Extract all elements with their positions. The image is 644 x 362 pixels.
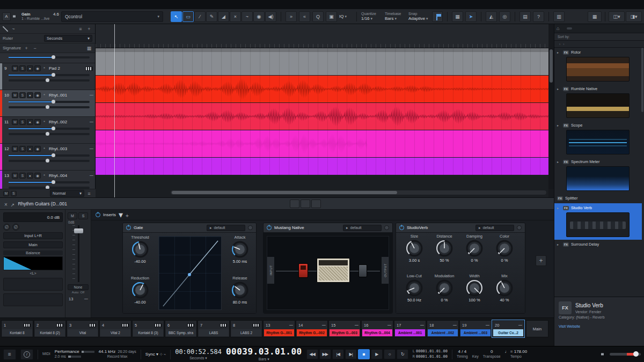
arrow-tool-button[interactable]: ↖	[171, 11, 182, 22]
param-value[interactable]: -40.00	[125, 259, 155, 264]
breadcrumb-item[interactable]	[558, 42, 560, 46]
rewind-button[interactable]: ◀◀	[306, 349, 318, 359]
info-button[interactable]: i	[20, 349, 33, 360]
balance-value[interactable]: <L>	[3, 271, 63, 275]
snap-dropdown[interactable]: Snap Adaptive	[408, 11, 430, 23]
volume-slider[interactable]	[9, 101, 90, 103]
quantize-dropdown[interactable]: Quantize 1/16	[361, 11, 383, 23]
track-name[interactable]: Rhyt..003	[49, 146, 67, 151]
plugin-name[interactable]: Studio Verb	[571, 205, 592, 210]
mute-button[interactable]: M	[12, 173, 18, 179]
volume-slider[interactable]	[9, 128, 90, 130]
metronome-button[interactable]: ◭	[486, 11, 497, 22]
track-tab[interactable]: 2 Kontakt 8 (2)	[34, 320, 66, 337]
track-header[interactable]: 11 M S ● ◉ * Rhyt..002	[0, 117, 95, 144]
tempo-value[interactable]: ♩ = 178.00	[505, 349, 528, 354]
preset-dropdown[interactable]: default	[207, 225, 245, 231]
track-tab[interactable]: 16 Rhythm G...004	[361, 320, 393, 337]
fader-handle[interactable]	[74, 228, 83, 233]
list-icon[interactable]: ≡	[77, 26, 84, 32]
browser-item[interactable]: FX Studio Verb	[554, 203, 642, 240]
pan-slider[interactable]	[9, 106, 90, 108]
solo-button[interactable]: S	[19, 92, 26, 98]
wrench-icon[interactable]	[3, 26, 8, 32]
volume-slider[interactable]	[9, 56, 90, 58]
expand-arrow-icon[interactable]	[557, 50, 561, 54]
track-header[interactable]: 9 M S ● ◉ * Pad 2	[0, 63, 95, 90]
param-value[interactable]: 50 %	[429, 258, 459, 263]
track-tab[interactable]: 7 LABS	[197, 320, 230, 337]
listen-tool-button[interactable]: ◉	[253, 11, 265, 22]
browser-item[interactable]: FX Spectrum Meter	[554, 157, 642, 194]
param-value[interactable]: -40.00	[125, 300, 155, 305]
time-signature[interactable]: 4 / 4 Timing	[457, 349, 468, 359]
browser-tab[interactable]	[572, 27, 577, 29]
plugin-name[interactable]: Splitter	[565, 196, 577, 201]
grid-icon[interactable]: ▦	[86, 45, 92, 51]
breadcrumb-item[interactable]	[561, 42, 564, 46]
visit-website-link[interactable]: Visit Website	[559, 324, 640, 328]
range-tool-button[interactable]: ▭	[182, 11, 194, 22]
volume-tool-button[interactable]: ◀)	[265, 11, 276, 22]
param-value[interactable]: 80.0 ms	[225, 300, 255, 305]
param-value[interactable]: 0 %	[459, 258, 489, 263]
browser-item[interactable]: FX Splitter	[554, 194, 642, 203]
iq-dropdown[interactable]: IQ	[339, 11, 352, 23]
mute-tool-button[interactable]: ×	[230, 11, 241, 22]
plugin-thumbnail[interactable]	[566, 166, 630, 191]
browser-scrollbar[interactable]	[641, 48, 643, 112]
track-tab[interactable]: 6 BBC Symp..stra	[165, 320, 197, 337]
track-tab[interactable]: 15 Rhythm G..-003	[328, 320, 361, 337]
play-button[interactable]: ▶	[371, 349, 383, 359]
playhead[interactable]	[114, 24, 115, 197]
fast-forward-button[interactable]: ▶▶	[319, 349, 331, 359]
gain-link-button[interactable]: ∅	[12, 224, 19, 231]
plugin-thumbnail[interactable]	[566, 130, 630, 154]
record-arm-button[interactable]: ●	[27, 173, 33, 179]
gate-transfer-graph[interactable]	[158, 236, 222, 310]
volume-handle[interactable]	[633, 351, 639, 357]
automation-curve-icon[interactable]: ~	[10, 26, 17, 32]
balance-display[interactable]	[3, 256, 63, 270]
monitor-button[interactable]: ◉	[34, 65, 41, 71]
menu-icon[interactable]	[3, 349, 16, 360]
plugin-name[interactable]: Surround Delay	[571, 242, 599, 247]
volume-slider[interactable]	[9, 181, 90, 183]
plugin-name[interactable]: Scope	[571, 123, 582, 128]
track-tab[interactable]: 3 Vital	[67, 320, 99, 337]
knob[interactable]	[231, 281, 249, 299]
signature-plus-icon[interactable]: +	[23, 45, 30, 51]
help-button[interactable]: ?	[533, 11, 544, 22]
track-name[interactable]: Rhyt..001	[49, 93, 67, 98]
param-value[interactable]: 100 %	[459, 298, 489, 302]
param-value[interactable]: 40 %	[489, 298, 519, 302]
knob[interactable]	[465, 239, 484, 257]
monitor-button[interactable]: ◉	[34, 146, 41, 152]
loop-right-value[interactable]: 00001.01.01.00	[416, 354, 448, 359]
scrollbar-thumb[interactable]	[550, 49, 553, 83]
mute-button[interactable]: M	[12, 65, 18, 71]
plugin-name[interactable]: Spectrum Meter	[571, 159, 599, 164]
quantize-value[interactable]: 1/16	[361, 16, 370, 21]
home-icon[interactable]	[554, 26, 561, 31]
automation-button[interactable]: A	[2, 12, 11, 21]
insert-tab[interactable]	[311, 200, 321, 208]
browser-layout-button[interactable]: ◨	[626, 11, 642, 22]
expand-button[interactable]	[384, 225, 389, 230]
add-insert-button[interactable]: +	[536, 255, 546, 266]
marker-flag-button[interactable]	[432, 11, 443, 22]
mustang-amp[interactable]	[317, 258, 350, 283]
eraser-tool-button[interactable]: ◢	[218, 11, 229, 22]
phase-invert-button[interactable]: ∅	[3, 224, 10, 231]
gain-control[interactable]: Gain 1 - Rumble ...live 4.6	[21, 11, 59, 23]
knob[interactable]	[495, 279, 514, 297]
power-icon[interactable]	[96, 212, 100, 217]
knob[interactable]	[405, 239, 423, 257]
solo-button[interactable]: S	[78, 212, 88, 219]
loop-button[interactable]: ↻	[397, 349, 408, 359]
knob[interactable]	[231, 240, 249, 258]
add-track-icon[interactable]: +	[86, 26, 92, 32]
bend-tool-button[interactable]: ~	[241, 11, 253, 22]
amp-stage[interactable]: INPUT OUTPUT	[267, 236, 389, 310]
overdrive-pedal[interactable]	[298, 263, 308, 278]
